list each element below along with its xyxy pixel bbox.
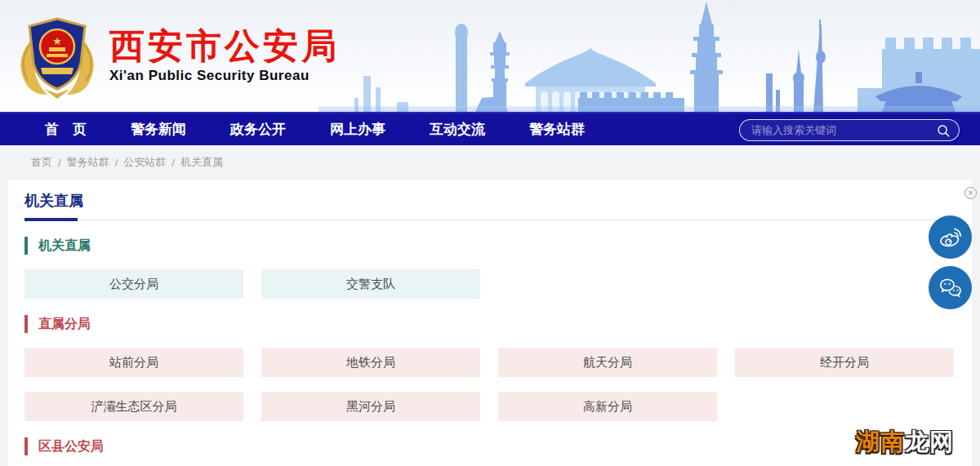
section-title: 直属分局	[38, 316, 91, 333]
breadcrumb-item[interactable]: 警务站群	[67, 155, 109, 170]
breadcrumb-separator: /	[115, 157, 118, 169]
watermark-part2: 龙网	[905, 428, 954, 455]
breadcrumb-item: 机关直属	[180, 155, 223, 170]
sections: 机关直属公交分局交警支队直属分局站前分局地铁分局航天分局经开分局浐灞生态区分局黑…	[24, 237, 956, 455]
bureau-link[interactable]: 经开分局	[735, 348, 954, 377]
section-header-organ-direct: 机关直属	[24, 237, 956, 255]
bureau-link[interactable]: 高新分局	[498, 392, 717, 421]
nav-item-home[interactable]: 首 页	[45, 120, 87, 139]
breadcrumb-separator: /	[58, 157, 61, 169]
search-input[interactable]	[751, 124, 936, 136]
section-title: 区县公安局	[38, 438, 104, 455]
section-accent-bar	[24, 437, 28, 455]
nav-item-gov-open[interactable]: 政务公开	[230, 120, 286, 139]
breadcrumb-separator: /	[172, 157, 175, 169]
bureau-link[interactable]: 浐灞生态区分局	[24, 392, 243, 421]
section-title: 机关直属	[38, 237, 91, 255]
svg-text:★: ★	[52, 35, 62, 47]
nav-item-online-services[interactable]: 网上办事	[330, 120, 385, 139]
close-icon[interactable]: ×	[964, 187, 977, 199]
link-grid-organ-direct: 公交分局交警支队	[24, 269, 956, 299]
nav-item-station-group[interactable]: 警务站群	[529, 120, 585, 139]
section-header-district-county-bureaus: 区县公安局	[24, 437, 956, 455]
bureau-link[interactable]: 公交分局	[24, 269, 243, 299]
nav-item-interaction[interactable]: 互动交流	[430, 120, 485, 139]
site-subtitle: Xi'an Public Security Bureau	[109, 68, 340, 84]
section-header-direct-branches: 直属分局	[24, 315, 956, 333]
nav-items: 首 页警务新闻政务公开网上办事互动交流警务站群	[45, 120, 585, 139]
breadcrumb: 首页/警务站群/公安站群/机关直属	[0, 145, 980, 180]
section-accent-bar	[24, 315, 28, 333]
link-grid-direct-branches: 站前分局地铁分局航天分局经开分局浐灞生态区分局黑河分局高新分局	[24, 348, 956, 421]
title-underline	[24, 220, 956, 220]
nav-item-news[interactable]: 警务新闻	[131, 120, 186, 139]
breadcrumb-item[interactable]: 公安站群	[123, 155, 166, 170]
page-title: 机关直属	[24, 191, 956, 211]
weibo-icon[interactable]	[929, 215, 972, 259]
search-box	[739, 119, 960, 141]
watermark: 湖南龙网	[856, 426, 954, 459]
section-accent-bar	[24, 237, 28, 255]
site-header: ★ 西安市公安局 Xi'an Public Security Bureau	[0, 0, 980, 112]
bureau-link[interactable]: 交警支队	[261, 269, 480, 299]
content-card: 机关直属 机关直属公交分局交警支队直属分局站前分局地铁分局航天分局经开分局浐灞生…	[8, 180, 972, 466]
breadcrumb-item[interactable]: 首页	[31, 155, 52, 170]
bureau-link[interactable]: 航天分局	[498, 348, 717, 377]
wechat-icon[interactable]	[929, 266, 972, 309]
main-nav: 首 页警务新闻政务公开网上办事互动交流警务站群	[0, 112, 980, 145]
bureau-link[interactable]: 地铁分局	[261, 348, 480, 377]
bureau-link[interactable]: 站前分局	[24, 348, 243, 377]
watermark-part1: 湖南	[856, 428, 905, 455]
site-title: 西安市公安局	[109, 28, 340, 64]
bureau-link[interactable]: 黑河分局	[261, 392, 480, 421]
search-icon[interactable]	[936, 123, 951, 138]
police-emblem-icon: ★	[18, 14, 96, 99]
